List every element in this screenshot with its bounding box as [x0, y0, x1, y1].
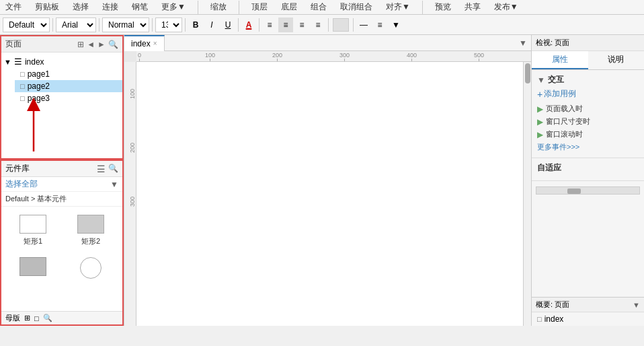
- more-toolbar[interactable]: ▼: [389, 18, 403, 32]
- list-button[interactable]: ≡: [372, 18, 387, 32]
- next-page-icon[interactable]: ►: [97, 40, 106, 49]
- search-master-icon[interactable]: 🔍: [43, 314, 52, 322]
- summary-header-label: 概要: 页面: [536, 300, 569, 310]
- sep1: [198, 1, 198, 14]
- pages-panel: 页面 ⊞ ◄ ► 🔍 ▼ ☰ index: [0, 35, 124, 160]
- menu-top[interactable]: 顶层: [249, 0, 270, 14]
- canvas-with-ruler: 100 200 300 0 100: [124, 51, 531, 326]
- vruler-200: 200: [129, 143, 136, 153]
- menu-connect[interactable]: 连接: [99, 0, 121, 14]
- align-right-button[interactable]: ≡: [294, 18, 309, 32]
- interaction-title: 交互: [548, 74, 564, 85]
- pages-panel-label: 页面: [5, 38, 22, 50]
- tree-item-page1[interactable]: □ page1: [15, 68, 122, 80]
- breadcrumb-bar: Default > 基本元件: [1, 192, 122, 207]
- summary-file-icon: □: [537, 315, 542, 323]
- font-weight-select[interactable]: Normal: [102, 18, 149, 32]
- canvas-content[interactable]: [136, 62, 523, 326]
- component-item-circle[interactable]: [65, 254, 117, 284]
- v-scroll-thumb[interactable]: [525, 63, 530, 83]
- event-icon-2: ▶: [537, 117, 543, 127]
- menu-share[interactable]: 共享: [462, 0, 483, 14]
- component-item-rect2[interactable]: 矩形2: [65, 212, 117, 249]
- v-scrollbar[interactable]: [523, 62, 531, 326]
- component-item-shape3[interactable]: [7, 254, 59, 284]
- align-center-button[interactable]: ≡: [278, 18, 293, 32]
- prev-page-icon[interactable]: ◄: [87, 40, 95, 49]
- select-all-chevron: ▼: [110, 180, 118, 189]
- menu-select[interactable]: 选择: [70, 0, 91, 14]
- hruler-400: 400: [407, 52, 417, 61]
- tree-item-index[interactable]: ▼ ☰ index: [1, 55, 122, 68]
- sep-t3: [152, 18, 153, 32]
- right-panel-header: 检视: 页面: [532, 35, 644, 51]
- menu-more[interactable]: 更多▼: [159, 0, 188, 14]
- font-color-button[interactable]: A: [241, 18, 256, 32]
- sep-t7: [328, 18, 329, 32]
- font-face-select[interactable]: Arial: [56, 18, 96, 32]
- component-panel: 元件库 ☰ 🔍 选择全部 ▼ Default > 基本元件 矩形1: [0, 160, 124, 326]
- hruler-200: 200: [272, 52, 282, 61]
- search-pages-icon[interactable]: 🔍: [108, 40, 118, 49]
- tree-item-page3[interactable]: □ page3: [15, 92, 122, 104]
- align-justify-button[interactable]: ≡: [311, 18, 325, 32]
- tab-close-icon[interactable]: ×: [153, 40, 157, 47]
- events-list: ▶ 页面载入时 ▶ 窗口尺寸变时 ▶ 窗口滚动时: [537, 102, 639, 141]
- right-tabs: 属性 说明: [532, 51, 644, 70]
- menu-file[interactable]: 文件: [3, 0, 24, 14]
- align-left-button[interactable]: ≡: [262, 18, 277, 32]
- event-page-load[interactable]: ▶ 页面载入时: [537, 102, 639, 115]
- canvas-white-area: [136, 62, 523, 326]
- masters-label: 母版: [5, 313, 20, 323]
- component-panel-icons: ☰ 🔍: [97, 164, 118, 174]
- bottom-bar: 母版 ⊞ □ 🔍: [1, 311, 122, 324]
- vruler-300: 300: [129, 197, 136, 207]
- bold-button[interactable]: B: [188, 18, 203, 32]
- h-scroll-thumb[interactable]: [567, 188, 581, 194]
- line-style-button[interactable]: —: [356, 18, 371, 32]
- event-window-scroll[interactable]: ▶ 窗口滚动时: [537, 128, 639, 141]
- component-search-icon[interactable]: 🔍: [108, 164, 118, 174]
- tab-scroll-icon[interactable]: ▼: [515, 38, 531, 48]
- canvas-tab-index[interactable]: index ×: [124, 35, 165, 51]
- component-list-icon[interactable]: ☰: [97, 164, 106, 174]
- underline-button[interactable]: U: [220, 18, 235, 32]
- circle-shape: [80, 257, 102, 279]
- more-events-link[interactable]: 更多事件>>>: [537, 141, 639, 153]
- italic-button[interactable]: I: [204, 18, 219, 32]
- menu-align[interactable]: 对齐▼: [383, 0, 413, 14]
- menu-zoom[interactable]: 缩放: [208, 0, 229, 14]
- adaptive-title: 自适应: [537, 162, 561, 174]
- menu-preview[interactable]: 预览: [432, 0, 454, 14]
- font-size-select[interactable]: 13: [155, 18, 182, 32]
- color-swatch[interactable]: [333, 18, 349, 32]
- h-scrollbar[interactable]: [536, 186, 640, 195]
- breadcrumb-text: Default > 基本元件: [5, 195, 67, 203]
- rect2-label: 矩形2: [81, 236, 100, 246]
- menu-ungroup[interactable]: 取消组合: [337, 0, 375, 14]
- event-window-resize[interactable]: ▶ 窗口尺寸变时: [537, 115, 639, 128]
- interaction-header: ▼ 交互: [537, 74, 639, 85]
- tree-item-page2[interactable]: □ page2: [15, 80, 122, 92]
- add-usecase-link[interactable]: + 添加用例: [537, 88, 639, 100]
- menu-bottom[interactable]: 底层: [278, 0, 300, 14]
- menu-group[interactable]: 组合: [308, 0, 329, 14]
- component-item-rect1[interactable]: 矩形1: [7, 212, 59, 249]
- add-master-icon[interactable]: ⊞: [24, 314, 30, 322]
- duplicate-master-icon[interactable]: □: [34, 314, 39, 322]
- summary-item-index[interactable]: □ index: [532, 312, 644, 326]
- interaction-section: ▼ 交互 + 添加用例 ▶ 页面载入时 ▶ 窗口尺寸变时 ▶ 窗口滚动时: [532, 70, 644, 158]
- right-tab-description[interactable]: 说明: [588, 51, 645, 69]
- menu-publish[interactable]: 发布▼: [491, 0, 521, 14]
- canvas-main: 0 100 200 300: [136, 51, 531, 326]
- adaptive-header: 自适应: [537, 162, 639, 174]
- font-style-select[interactable]: Default: [3, 18, 50, 32]
- add-page-icon[interactable]: ⊞: [77, 40, 84, 49]
- menu-clipboard[interactable]: 剪贴板: [32, 0, 62, 14]
- select-all-bar[interactable]: 选择全部 ▼: [1, 177, 122, 192]
- sep-t4: [185, 18, 186, 32]
- right-tab-properties[interactable]: 属性: [532, 51, 588, 69]
- menu-pen[interactable]: 钢笔: [129, 0, 151, 14]
- h-scroll-area: [532, 181, 644, 200]
- summary-filter-icon[interactable]: ▼: [633, 301, 640, 309]
